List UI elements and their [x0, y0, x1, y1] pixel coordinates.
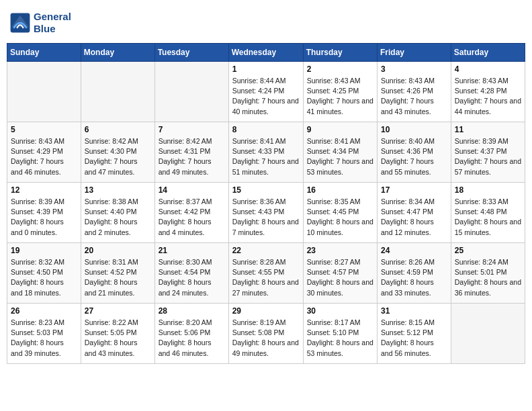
day-info: Sunrise: 8:15 AMSunset: 5:12 PMDaylight:… — [381, 318, 447, 359]
day-number: 16 — [307, 185, 373, 195]
calendar-cell: 22Sunrise: 8:28 AMSunset: 4:55 PMDayligh… — [228, 243, 303, 304]
day-number: 24 — [381, 246, 447, 255]
weekday-header-monday: Monday — [81, 44, 154, 62]
day-info: Sunrise: 8:20 AMSunset: 5:06 PMDaylight:… — [159, 318, 225, 359]
calendar-cell: 23Sunrise: 8:27 AMSunset: 4:57 PMDayligh… — [303, 243, 377, 304]
calendar-cell: 2Sunrise: 8:43 AMSunset: 4:25 PMDaylight… — [303, 62, 377, 122]
calendar-week-1: 1Sunrise: 8:44 AMSunset: 4:24 PMDaylight… — [7, 62, 525, 122]
day-number: 9 — [307, 125, 373, 134]
calendar-header: SundayMondayTuesdayWednesdayThursdayFrid… — [7, 44, 525, 62]
day-number: 19 — [11, 246, 77, 255]
calendar-cell: 14Sunrise: 8:37 AMSunset: 4:42 PMDayligh… — [154, 183, 228, 243]
day-number: 30 — [307, 306, 373, 316]
day-number: 12 — [11, 185, 77, 195]
calendar-cell: 7Sunrise: 8:42 AMSunset: 4:31 PMDaylight… — [154, 122, 228, 183]
day-info: Sunrise: 8:42 AMSunset: 4:31 PMDaylight:… — [159, 136, 225, 177]
calendar-cell — [451, 304, 525, 364]
day-number: 18 — [455, 185, 521, 195]
weekday-header-thursday: Thursday — [303, 44, 377, 62]
day-number: 3 — [381, 64, 447, 74]
day-info: Sunrise: 8:40 AMSunset: 4:36 PMDaylight:… — [381, 136, 447, 177]
day-info: Sunrise: 8:22 AMSunset: 5:05 PMDaylight:… — [85, 318, 151, 359]
calendar-week-3: 12Sunrise: 8:39 AMSunset: 4:39 PMDayligh… — [7, 183, 525, 243]
calendar-cell: 27Sunrise: 8:22 AMSunset: 5:05 PMDayligh… — [81, 304, 154, 364]
page-header: General Blue — [7, 7, 525, 39]
day-number: 5 — [11, 125, 77, 134]
day-info: Sunrise: 8:19 AMSunset: 5:08 PMDaylight:… — [232, 318, 300, 359]
day-number: 6 — [85, 125, 151, 134]
day-number: 26 — [11, 306, 77, 316]
calendar-cell: 24Sunrise: 8:26 AMSunset: 4:59 PMDayligh… — [378, 243, 451, 304]
day-info: Sunrise: 8:44 AMSunset: 4:24 PMDaylight:… — [232, 76, 300, 117]
weekday-header-sunday: Sunday — [7, 44, 81, 62]
calendar-week-2: 5Sunrise: 8:43 AMSunset: 4:29 PMDaylight… — [7, 122, 525, 183]
day-info: Sunrise: 8:43 AMSunset: 4:25 PMDaylight:… — [307, 76, 373, 117]
day-number: 21 — [159, 246, 225, 255]
weekday-header-saturday: Saturday — [451, 44, 525, 62]
calendar-body: 1Sunrise: 8:44 AMSunset: 4:24 PMDaylight… — [7, 62, 525, 364]
day-number: 28 — [159, 306, 225, 316]
day-number: 13 — [85, 185, 151, 195]
day-info: Sunrise: 8:34 AMSunset: 4:47 PMDaylight:… — [381, 197, 447, 238]
calendar-cell — [81, 62, 154, 122]
day-info: Sunrise: 8:30 AMSunset: 4:54 PMDaylight:… — [159, 257, 225, 298]
day-number: 22 — [232, 246, 300, 255]
calendar-cell: 6Sunrise: 8:42 AMSunset: 4:30 PMDaylight… — [81, 122, 154, 183]
weekday-header-row: SundayMondayTuesdayWednesdayThursdayFrid… — [7, 44, 525, 62]
calendar-cell: 3Sunrise: 8:43 AMSunset: 4:26 PMDaylight… — [378, 62, 451, 122]
calendar-cell: 26Sunrise: 8:23 AMSunset: 5:03 PMDayligh… — [7, 304, 81, 364]
day-info: Sunrise: 8:24 AMSunset: 5:01 PMDaylight:… — [455, 257, 521, 298]
day-number: 15 — [232, 185, 300, 195]
calendar-cell: 15Sunrise: 8:36 AMSunset: 4:43 PMDayligh… — [228, 183, 303, 243]
calendar-cell: 11Sunrise: 8:39 AMSunset: 4:37 PMDayligh… — [451, 122, 525, 183]
day-number: 17 — [381, 185, 447, 195]
logo-text: General Blue — [34, 11, 71, 35]
day-number: 23 — [307, 246, 373, 255]
day-number: 1 — [232, 64, 300, 74]
calendar-cell — [7, 62, 81, 122]
calendar-cell: 20Sunrise: 8:31 AMSunset: 4:52 PMDayligh… — [81, 243, 154, 304]
calendar-cell: 28Sunrise: 8:20 AMSunset: 5:06 PMDayligh… — [154, 304, 228, 364]
calendar-cell: 18Sunrise: 8:33 AMSunset: 4:48 PMDayligh… — [451, 183, 525, 243]
day-number: 7 — [159, 125, 225, 134]
day-info: Sunrise: 8:17 AMSunset: 5:10 PMDaylight:… — [307, 318, 373, 359]
logo-icon — [9, 12, 31, 34]
calendar-cell: 21Sunrise: 8:30 AMSunset: 4:54 PMDayligh… — [154, 243, 228, 304]
day-number: 31 — [381, 306, 447, 316]
day-number: 8 — [232, 125, 300, 134]
calendar-week-4: 19Sunrise: 8:32 AMSunset: 4:50 PMDayligh… — [7, 243, 525, 304]
day-number: 14 — [159, 185, 225, 195]
day-info: Sunrise: 8:31 AMSunset: 4:52 PMDaylight:… — [85, 257, 151, 298]
day-number: 25 — [455, 246, 521, 255]
calendar-cell: 16Sunrise: 8:35 AMSunset: 4:45 PMDayligh… — [303, 183, 377, 243]
day-info: Sunrise: 8:35 AMSunset: 4:45 PMDaylight:… — [307, 197, 373, 238]
calendar-cell: 4Sunrise: 8:43 AMSunset: 4:28 PMDaylight… — [451, 62, 525, 122]
calendar-cell: 30Sunrise: 8:17 AMSunset: 5:10 PMDayligh… — [303, 304, 377, 364]
calendar: SundayMondayTuesdayWednesdayThursdayFrid… — [7, 43, 525, 364]
day-info: Sunrise: 8:43 AMSunset: 4:26 PMDaylight:… — [381, 76, 447, 117]
day-info: Sunrise: 8:39 AMSunset: 4:37 PMDaylight:… — [455, 136, 521, 177]
calendar-cell: 8Sunrise: 8:41 AMSunset: 4:33 PMDaylight… — [228, 122, 303, 183]
calendar-cell — [154, 62, 228, 122]
calendar-cell: 13Sunrise: 8:38 AMSunset: 4:40 PMDayligh… — [81, 183, 154, 243]
day-info: Sunrise: 8:42 AMSunset: 4:30 PMDaylight:… — [85, 136, 151, 177]
calendar-cell: 1Sunrise: 8:44 AMSunset: 4:24 PMDaylight… — [228, 62, 303, 122]
calendar-cell: 17Sunrise: 8:34 AMSunset: 4:47 PMDayligh… — [378, 183, 451, 243]
day-info: Sunrise: 8:33 AMSunset: 4:48 PMDaylight:… — [455, 197, 521, 238]
logo: General Blue — [9, 11, 71, 35]
day-info: Sunrise: 8:43 AMSunset: 4:28 PMDaylight:… — [455, 76, 521, 117]
calendar-cell: 5Sunrise: 8:43 AMSunset: 4:29 PMDaylight… — [7, 122, 81, 183]
day-info: Sunrise: 8:41 AMSunset: 4:33 PMDaylight:… — [232, 136, 300, 177]
day-info: Sunrise: 8:39 AMSunset: 4:39 PMDaylight:… — [11, 197, 77, 238]
calendar-cell: 9Sunrise: 8:41 AMSunset: 4:34 PMDaylight… — [303, 122, 377, 183]
calendar-cell: 31Sunrise: 8:15 AMSunset: 5:12 PMDayligh… — [378, 304, 451, 364]
calendar-week-5: 26Sunrise: 8:23 AMSunset: 5:03 PMDayligh… — [7, 304, 525, 364]
day-info: Sunrise: 8:36 AMSunset: 4:43 PMDaylight:… — [232, 197, 300, 238]
day-number: 11 — [455, 125, 521, 134]
calendar-cell: 12Sunrise: 8:39 AMSunset: 4:39 PMDayligh… — [7, 183, 81, 243]
day-number: 27 — [85, 306, 151, 316]
calendar-cell: 10Sunrise: 8:40 AMSunset: 4:36 PMDayligh… — [378, 122, 451, 183]
day-info: Sunrise: 8:28 AMSunset: 4:55 PMDaylight:… — [232, 257, 300, 298]
day-number: 2 — [307, 64, 373, 74]
day-info: Sunrise: 8:41 AMSunset: 4:34 PMDaylight:… — [307, 136, 373, 177]
